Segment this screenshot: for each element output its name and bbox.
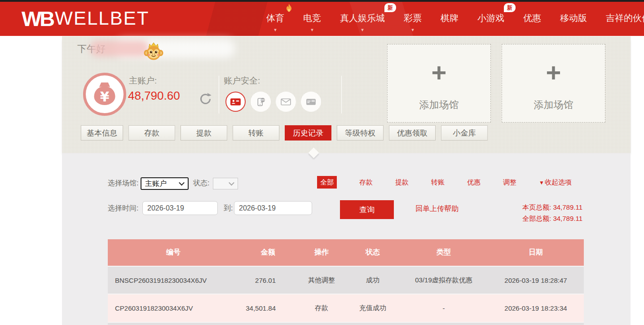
chevron-down-icon: ▾ — [411, 27, 414, 33]
plus-icon: + — [502, 60, 605, 86]
nav-item-8[interactable]: 移动版 — [551, 0, 596, 36]
wellbet-logo[interactable]: WB WELLBET — [22, 5, 149, 31]
add-venue-button[interactable]: + 添加场馆 — [502, 44, 605, 123]
status-filter-label: 状态: — [193, 179, 209, 188]
venue-select-value: 主账户 — [145, 179, 167, 189]
cell: 2026-03-19 18:23:34 — [488, 294, 584, 322]
all-total-value: 34,789.11 — [553, 215, 582, 222]
chevron-down-icon — [229, 180, 234, 186]
tab-8[interactable]: 小金库 — [441, 125, 488, 141]
chevron-down-icon: ▾ — [311, 27, 313, 33]
divider — [219, 76, 219, 114]
all-total-label: 全部总额: — [522, 215, 551, 222]
security-icons-row: SMS — [225, 92, 321, 112]
cell: BNSCP26031918230034X6JV — [108, 266, 239, 294]
plus-icon: + — [388, 60, 490, 86]
page-total-value: 34,789.11 — [553, 203, 582, 211]
col-header-4: 状态 — [346, 239, 400, 266]
main-nav: 体育▾电竞▾新真人娱乐城▾彩票▾棋牌新小游戏优惠移动版吉祥的伙伴 — [257, 0, 644, 36]
nav-label: 吉祥的伙伴 — [606, 12, 644, 24]
type-filter-3[interactable]: 提款 — [395, 178, 409, 187]
nav-item-6[interactable]: 新小游戏 — [468, 0, 514, 36]
table-row: BNSCP26031918230034X6JV276.01其他调整成功03/19… — [108, 266, 584, 294]
venue-filter-label: 选择场馆: — [108, 179, 138, 188]
col-header-2: 金额 — [239, 239, 297, 266]
id-card-icon[interactable] — [225, 92, 246, 112]
add-venue-label: 添加场馆 — [502, 98, 605, 112]
nav-label: 体育 — [266, 12, 284, 24]
add-venue-button[interactable]: + 添加场馆 — [387, 44, 491, 123]
next-row-partial — [108, 322, 584, 325]
tab-4[interactable]: 转账 — [233, 125, 279, 141]
cell: 2026-03-19 18:28:47 — [488, 266, 584, 294]
hot-fire-icon — [285, 4, 293, 13]
history-table: 编号金额操作状态类型日期 BNSCP26031918230034X6JV276.… — [108, 239, 584, 322]
time-filter-label: 选择时间: — [108, 204, 138, 213]
browser-top-strip — [0, 0, 644, 2]
page-total-line: 本页总额: 34,789.11 — [522, 202, 582, 213]
tab-3[interactable]: 提款 — [181, 125, 227, 141]
cell: 34,501.84 — [239, 294, 297, 322]
balance-amount: 48,790.60 — [128, 89, 180, 103]
tab-7[interactable]: 优惠领取 — [389, 125, 436, 141]
tab-6[interactable]: 等级特权 — [337, 125, 384, 141]
type-filter-6[interactable]: 调整 — [503, 178, 516, 187]
svg-text:¥: ¥ — [100, 89, 110, 105]
tab-5[interactable]: 历史记录 — [285, 125, 331, 141]
search-button[interactable]: 查询 — [340, 200, 394, 219]
type-filter-4[interactable]: 转账 — [431, 178, 445, 187]
username-redaction-blur — [90, 40, 149, 57]
cell: - — [400, 294, 488, 322]
nav-item-7[interactable]: 优惠 — [514, 0, 551, 36]
type-filter-row: 全部存款提款转账优惠调整▼收起选项 — [317, 176, 572, 189]
nav-item-2[interactable]: 电竞▾ — [294, 0, 331, 36]
cell: 03/19虚拟存款优惠 — [400, 266, 488, 294]
triangle-down-icon: ▼ — [539, 180, 544, 186]
nav-item-4[interactable]: 彩票▾ — [394, 0, 431, 36]
tab-2[interactable]: 存款 — [128, 125, 175, 141]
nav-label: 棋牌 — [441, 12, 459, 24]
sms-phone-icon[interactable]: SMS — [251, 92, 271, 112]
nav-item-5[interactable]: 棋牌 — [431, 0, 468, 36]
nav-item-9[interactable]: 吉祥的伙伴 — [596, 0, 644, 36]
page: WB WELLBET 体育▾电竞▾新真人娱乐城▾彩票▾棋牌新小游戏优惠移动版吉祥… — [0, 0, 644, 325]
logo-name: WELLBET — [55, 9, 149, 28]
refresh-balance-icon[interactable] — [198, 92, 213, 106]
cell: 充值成功 — [346, 294, 400, 322]
cell: 存款 — [297, 294, 346, 322]
col-header-1: 编号 — [108, 239, 239, 266]
nav-item-3[interactable]: 新真人娱乐城▾ — [331, 0, 394, 36]
table-header-row: 编号金额操作状态类型日期 — [108, 239, 584, 266]
cell: 其他调整 — [297, 266, 346, 294]
bank-card-icon[interactable] — [301, 92, 321, 112]
main-account-label: 主账户: — [129, 75, 157, 87]
monkey-avatar-icon — [143, 40, 164, 61]
account-security-label: 账户安全: — [224, 75, 260, 87]
tab-1[interactable]: 基本信息 — [81, 125, 123, 141]
type-filter-1[interactable]: 全部 — [317, 176, 337, 189]
collapse-options-link[interactable]: ▼收起选项 — [539, 178, 572, 187]
date-to-input[interactable] — [234, 201, 312, 215]
type-filter-2[interactable]: 存款 — [359, 178, 373, 187]
date-from-input[interactable] — [142, 201, 218, 215]
email-icon[interactable] — [276, 92, 296, 112]
to-label: 到: — [224, 204, 233, 213]
col-header-5: 类型 — [400, 239, 488, 266]
nav-item-1[interactable]: 体育▾ — [257, 0, 294, 36]
status-select[interactable] — [213, 178, 238, 189]
account-tabs: 基本信息存款提款转账历史记录等级特权优惠领取小金库 — [81, 125, 488, 141]
account-panel: 下午好 ¥ — [62, 36, 631, 153]
all-total-line: 全部总额: 34,789.11 — [522, 213, 582, 224]
nav-label: 小游戏 — [477, 12, 504, 24]
cell: 276.01 — [239, 266, 297, 294]
type-filter-5[interactable]: 优惠 — [467, 178, 481, 187]
nav-label: 电竞 — [303, 12, 321, 24]
site-header: WB WELLBET 体育▾电竞▾新真人娱乐城▾彩票▾棋牌新小游戏优惠移动版吉祥… — [0, 0, 644, 36]
receipt-upload-help-link[interactable]: 回单上传帮助 — [415, 204, 459, 214]
page-total-label: 本页总额: — [522, 203, 551, 211]
nav-label: 移动版 — [560, 12, 587, 24]
divider — [341, 76, 342, 114]
logo-monogram: WB — [22, 8, 53, 29]
totals-block: 本页总额: 34,789.11 全部总额: 34,789.11 — [522, 202, 582, 224]
venue-select[interactable]: 主账户 — [141, 177, 189, 190]
